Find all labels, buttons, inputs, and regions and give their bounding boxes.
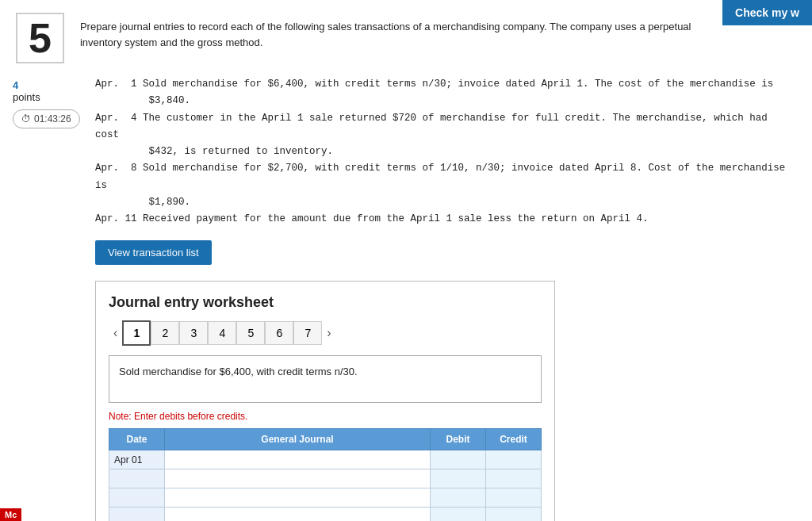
date-input[interactable] [109,508,164,521]
transaction-line: Apr. 1 Sold merchandise for $6,400, with… [95,76,796,93]
debit-input[interactable] [431,488,485,507]
timer: ⏱ 01:43:26 [13,109,80,128]
points-value: 4 [13,79,80,91]
journal-entry-worksheet: Journal entry worksheet ‹ 1 2 3 4 5 6 7 … [95,281,555,521]
prev-tab-arrow[interactable]: ‹ [109,326,122,340]
transaction-line: $1,890. [95,194,796,211]
tab-2[interactable]: 2 [151,321,179,345]
debit-input[interactable] [431,469,485,488]
table-row [109,508,542,521]
tab-4[interactable]: 4 [208,321,236,345]
gj-input[interactable] [165,508,430,521]
question-text: Prepare journal entries to record each o… [80,19,714,50]
col-date: Date [109,429,165,450]
table-row [109,488,542,508]
view-transaction-button[interactable]: View transaction list [95,240,212,265]
transaction-line: $432, is returned to inventory. [95,144,796,160]
tab-6[interactable]: 6 [265,321,293,345]
debit-cell[interactable] [431,469,486,488]
worksheet-title: Journal entry worksheet [109,294,542,311]
tab-navigation: ‹ 1 2 3 4 5 6 7 › [109,320,542,346]
entry-description: Sold merchandise for $6,400, with credit… [109,355,542,403]
check-button[interactable]: Check my w [722,0,812,25]
credit-cell[interactable] [486,488,542,508]
tab-1[interactable]: 1 [122,320,151,346]
transactions-text: Apr. 1 Sold merchandise for $6,400, with… [95,76,796,228]
credit-cell[interactable] [486,450,542,469]
journal-table: Date General Journal Debit Credit Apr 01 [109,428,542,521]
question-header: 5 Prepare journal entries to record each… [16,13,796,63]
credit-input[interactable] [486,508,541,521]
question-number: 5 [16,13,64,63]
left-sidebar: 4 points ⏱ 01:43:26 [13,79,80,128]
col-debit: Debit [431,429,486,450]
debit-cell[interactable] [431,488,486,508]
date-cell[interactable] [109,508,165,521]
gj-cell[interactable] [165,488,431,508]
next-tab-arrow[interactable]: › [322,326,335,340]
transaction-line: $3,840. [95,93,796,109]
timer-icon: ⏱ [21,113,31,125]
gj-cell[interactable] [165,450,431,469]
credit-input[interactable] [486,469,541,488]
transaction-line: Apr. 11 Received payment for the amount … [95,211,796,228]
check-label: Check my w [735,6,799,19]
col-credit: Credit [486,429,542,450]
debit-credit-note: Note: Enter debits before credits. [109,411,542,422]
timer-value: 01:43:26 [34,113,71,125]
debit-input[interactable] [431,508,485,521]
credit-cell[interactable] [486,508,542,521]
date-cell[interactable] [109,469,165,488]
date-cell[interactable] [109,488,165,508]
credit-input[interactable] [486,450,541,469]
date-input[interactable] [109,469,164,488]
tab-7[interactable]: 7 [293,321,322,345]
date-value: Apr 01 [109,451,147,469]
credit-input[interactable] [486,488,541,507]
points-label: points [13,91,80,103]
table-row [109,469,542,488]
transaction-line: Apr. 8 Sold merchandise for $2,700, with… [95,160,796,194]
gj-cell[interactable] [165,469,431,488]
debit-input[interactable] [431,450,485,469]
table-row: Apr 01 [109,450,542,469]
credit-cell[interactable] [486,469,542,488]
gj-input[interactable] [165,469,430,488]
gj-input[interactable] [165,450,430,469]
gj-cell[interactable] [165,508,431,521]
mc-badge: Mc [0,508,21,521]
gj-input[interactable] [165,488,430,507]
col-general-journal: General Journal [165,429,431,450]
tab-5[interactable]: 5 [236,321,265,345]
date-input[interactable] [109,488,164,507]
debit-cell[interactable] [431,450,486,469]
date-cell: Apr 01 [109,450,165,469]
transaction-line: Apr. 4 The customer in the April 1 sale … [95,110,796,144]
tab-3[interactable]: 3 [179,321,208,345]
debit-cell[interactable] [431,508,486,521]
